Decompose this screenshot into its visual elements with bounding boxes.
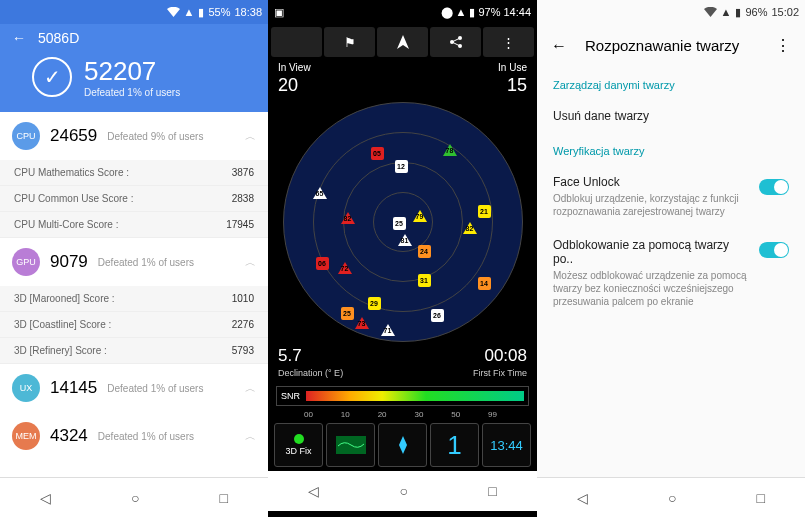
battery-icon: ▮ — [735, 6, 741, 19]
snr-tick: 99 — [488, 410, 497, 419]
nav-back[interactable]: ◁ — [577, 490, 588, 506]
category-score: 9079 — [50, 252, 88, 272]
category-row[interactable]: MEM 4324 Defeated 1% of users ︿ — [0, 412, 268, 460]
swipe-unlock-row[interactable]: Odblokowanie za pomocą twarzy po.. Możes… — [537, 228, 805, 318]
category-row[interactable]: UX 14145 Defeated 1% of users ︿ — [0, 364, 268, 412]
wifi-icon — [167, 7, 180, 17]
in-use-label: In Use — [498, 62, 527, 73]
nav-home[interactable]: ○ — [131, 490, 139, 506]
back-icon[interactable]: ← — [551, 37, 567, 55]
satellite-marker: 25 — [341, 307, 354, 320]
device-name: 5086D — [38, 30, 79, 46]
satellite-marker: 31 — [418, 274, 431, 287]
compass-button[interactable] — [378, 423, 427, 467]
satellite-marker: 72 — [338, 262, 352, 274]
menu-button[interactable]: ⋮ — [483, 27, 534, 57]
nav-home[interactable]: ○ — [400, 483, 408, 499]
sub-label: CPU Common Use Score : — [14, 193, 133, 204]
declination-label: Declination (° E) — [278, 368, 343, 378]
time-button[interactable]: 13:44 — [482, 423, 531, 467]
more-icon[interactable]: ⋮ — [775, 36, 791, 55]
back-icon[interactable]: ← — [12, 30, 26, 46]
face-unlock-title: Face Unlock — [553, 175, 749, 189]
category-defeated: Defeated 1% of users — [98, 257, 235, 268]
snr-tick: 10 — [341, 410, 350, 419]
satellite-marker: 82 — [341, 212, 355, 224]
category-score: 14145 — [50, 378, 97, 398]
in-view-label: In View — [278, 62, 311, 73]
map-button[interactable] — [326, 423, 375, 467]
category-list: CPU 24659 Defeated 9% of users ︿CPU Math… — [0, 112, 268, 477]
sub-value: 2838 — [232, 193, 254, 204]
total-defeated: Defeated 1% of users — [84, 87, 180, 98]
sub-score-row: CPU Mathematics Score :3876 — [0, 160, 268, 186]
category-defeated: Defeated 1% of users — [98, 431, 235, 442]
delete-face-data[interactable]: Usuń dane twarzy — [537, 99, 805, 133]
face-unlock-row[interactable]: Face Unlock Odblokuj urządzenie, korzyst… — [537, 165, 805, 228]
page-button[interactable]: 1 — [430, 423, 479, 467]
page-title: Rozpoznawanie twarzy — [585, 37, 757, 54]
status-bar: ▲ ▮ 55% 18:38 — [0, 0, 268, 24]
category-score: 4324 — [50, 426, 88, 446]
category-score: 24659 — [50, 126, 97, 146]
category-icon: UX — [12, 374, 40, 402]
total-score: 52207 — [84, 56, 180, 87]
snr-bar — [306, 391, 524, 401]
sub-score-row: 3D [Refinery] Score :5793 — [0, 338, 268, 364]
face-unlock-toggle[interactable] — [759, 179, 789, 195]
swipe-unlock-toggle[interactable] — [759, 242, 789, 258]
section-manage: Zarządzaj danymi twarzy — [537, 67, 805, 99]
snr-tick: 20 — [378, 410, 387, 419]
satellite-marker: 14 — [478, 277, 491, 290]
battery-pct: 97% — [478, 6, 500, 18]
sub-value: 5793 — [232, 345, 254, 356]
category-icon: GPU — [12, 248, 40, 276]
sub-value: 17945 — [226, 219, 254, 230]
settings-header: ← Rozpoznawanie twarzy ⋮ — [537, 24, 805, 67]
satellite-marker: 29 — [368, 297, 381, 310]
night-button[interactable] — [271, 27, 322, 57]
satellite-marker: 81 — [398, 234, 412, 246]
fix-time-value: 00:08 — [484, 346, 527, 366]
share-button[interactable] — [430, 27, 481, 57]
satellite-marker: 71 — [381, 324, 395, 336]
sub-score-row: 3D [Coastline] Score :2276 — [0, 312, 268, 338]
snr-ticks: 001020305099 — [268, 410, 537, 419]
satellite-marker: 26 — [431, 309, 444, 322]
clock: 14:44 — [503, 6, 531, 18]
sub-label: CPU Mathematics Score : — [14, 167, 129, 178]
sub-label: 3D [Coastline] Score : — [14, 319, 111, 330]
section-verify: Weryfikacja twarzy — [537, 133, 805, 165]
sub-label: 3D [Refinery] Score : — [14, 345, 107, 356]
sky-plot: 0512786582257981248221067231142973712625 — [283, 102, 523, 342]
category-defeated: Defeated 1% of users — [107, 383, 235, 394]
category-icon: CPU — [12, 122, 40, 150]
nav-bar: ◁ ○ □ — [0, 477, 268, 517]
nav-home[interactable]: ○ — [668, 490, 676, 506]
sub-value: 1010 — [232, 293, 254, 304]
category-row[interactable]: CPU 24659 Defeated 9% of users ︿ — [0, 112, 268, 160]
check-icon: ✓ — [32, 57, 72, 97]
north-button[interactable] — [377, 27, 428, 57]
location-icon: ⬤ — [441, 6, 453, 19]
sub-score-row: CPU Multi-Core Score :17945 — [0, 212, 268, 238]
fix-status-button[interactable]: 3D Fix — [274, 423, 323, 467]
signal-icon: ▲ — [456, 6, 467, 18]
satellite-marker: 82 — [463, 222, 477, 234]
sub-label: CPU Multi-Core Score : — [14, 219, 118, 230]
category-row[interactable]: GPU 9079 Defeated 1% of users ︿ — [0, 238, 268, 286]
signal-icon: ▲ — [721, 6, 732, 18]
nav-back[interactable]: ◁ — [308, 483, 319, 499]
sub-label: 3D [Marooned] Score : — [14, 293, 115, 304]
chevron-up-icon: ︿ — [245, 429, 256, 444]
nav-recent[interactable]: □ — [220, 490, 228, 506]
status-bar: ▲ ▮ 96% 15:02 — [537, 0, 805, 24]
nav-recent[interactable]: □ — [757, 490, 765, 506]
satellite-marker: 05 — [371, 147, 384, 160]
flag-button[interactable]: ⚑ — [324, 27, 375, 57]
face-unlock-desc: Odblokuj urządzenie, korzystając z funkc… — [553, 192, 749, 218]
fix-time-label: First Fix Time — [473, 368, 527, 378]
nav-back[interactable]: ◁ — [40, 490, 51, 506]
nav-bar: ◁ ○ □ — [537, 477, 805, 517]
nav-recent[interactable]: □ — [488, 483, 496, 499]
